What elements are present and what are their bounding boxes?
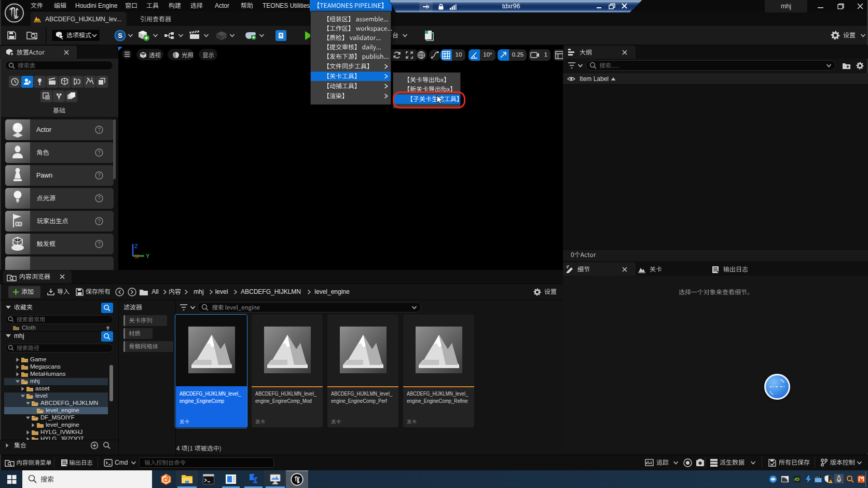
svg-text:?: ? [98, 150, 101, 156]
svg-text:S: S [118, 32, 122, 39]
svg-text:Y: Y [146, 253, 150, 259]
svg-text:X: X [135, 253, 139, 260]
svg-text:?: ? [98, 173, 101, 179]
svg-text:?: ? [98, 241, 101, 247]
svg-text:?: ? [98, 219, 101, 224]
svg-text:Z: Z [134, 243, 138, 249]
svg-text:?: ? [98, 127, 101, 133]
svg-text:?: ? [98, 196, 101, 201]
